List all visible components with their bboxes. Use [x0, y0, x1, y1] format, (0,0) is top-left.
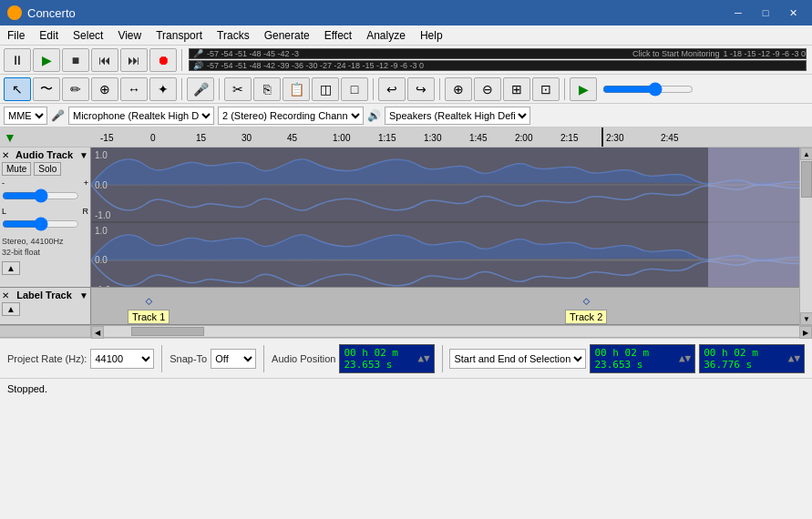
- redo-button[interactable]: ↪: [407, 77, 435, 101]
- play-green-button[interactable]: ▶: [570, 77, 597, 101]
- transport-toolbar: ⏸ ▶ ■ ⏮ ⏭ ⏺ 🎤 -57 -54 -51 -48 -45 -42 -3…: [0, 46, 812, 75]
- separator: [181, 49, 182, 71]
- play-button[interactable]: ▶: [33, 48, 60, 72]
- timeshift-tool-button[interactable]: ↔: [120, 77, 148, 101]
- audio-track-title: Audio Track: [15, 149, 73, 160]
- sel-start-down[interactable]: ▼: [685, 352, 692, 364]
- gain-slider[interactable]: [2, 188, 79, 203]
- audio-track: ✕ Audio Track ▼ Mute Solo - + L R: [0, 148, 799, 288]
- vu-meter-bottom[interactable]: 🔊 -57 -54 -51 -48 -42 -39 -36 -30 -27 -2…: [189, 60, 807, 71]
- paste-button[interactable]: 📋: [283, 77, 310, 101]
- zoom-fit-button[interactable]: ⊞: [503, 77, 530, 101]
- close-button[interactable]: ✕: [781, 4, 805, 22]
- app-icon: [7, 5, 22, 20]
- project-rate-select[interactable]: 44100: [90, 349, 154, 369]
- menu-item-analyze[interactable]: Analyze: [359, 25, 413, 46]
- hscroll-left-button[interactable]: ◀: [91, 326, 104, 339]
- mute-button[interactable]: Mute: [2, 162, 31, 176]
- undo-button[interactable]: ↩: [378, 77, 406, 101]
- menu-item-generate[interactable]: Generate: [257, 25, 317, 46]
- playback-slider[interactable]: [602, 82, 694, 97]
- envelope-tool-button[interactable]: 〜: [33, 77, 60, 101]
- stop-button[interactable]: ■: [62, 48, 89, 72]
- select-tool-button[interactable]: ↖: [4, 77, 31, 101]
- audio-track-close[interactable]: ✕: [2, 150, 9, 160]
- hscroll-track: [104, 326, 799, 337]
- label-track1: ⬦ Track 1: [128, 291, 170, 324]
- menu-item-tracks[interactable]: Tracks: [210, 25, 257, 46]
- label-track2: ⬦ Track 2: [565, 291, 607, 324]
- menu-item-file[interactable]: File: [0, 25, 32, 46]
- channels-select[interactable]: 2 (Stereo) Recording Channels: [218, 107, 364, 125]
- speaker-select[interactable]: Speakers (Realtek High Definiti: [385, 107, 530, 125]
- selection-group: Start and End of Selection 00 h 02 m 23.…: [449, 344, 805, 373]
- menu-item-help[interactable]: Help: [413, 25, 450, 46]
- minimize-button[interactable]: ─: [726, 4, 750, 22]
- selection-mode-select[interactable]: Start and End of Selection: [449, 349, 586, 369]
- divider2: [263, 345, 264, 372]
- mic-select[interactable]: Microphone (Realtek High Defini: [68, 107, 214, 125]
- audio-track-menu[interactable]: ▼: [79, 150, 88, 160]
- pause-button[interactable]: ⏸: [4, 48, 31, 72]
- label-collapse-button[interactable]: ▲: [2, 302, 20, 316]
- audio-pos-value: 00 h 02 m 23.653 s: [344, 347, 417, 371]
- collapse-button[interactable]: ▲: [2, 261, 20, 275]
- sel-start-up[interactable]: ▲: [679, 352, 685, 364]
- vertical-scrollbar[interactable]: ▲ ▼: [799, 148, 812, 325]
- menu-item-transport[interactable]: Transport: [149, 25, 210, 46]
- silence-button[interactable]: □: [341, 77, 368, 101]
- scroll-up-button[interactable]: ▲: [800, 148, 812, 160]
- hscroll-thumb[interactable]: [131, 327, 204, 336]
- audio-pos-up[interactable]: ▲: [417, 352, 424, 364]
- waveform-area[interactable]: 1.0 0.0 -1.0 1.0 0.0 -1.0: [91, 148, 799, 287]
- pan-slider[interactable]: [2, 217, 79, 231]
- zoom-in-button[interactable]: ⊕: [445, 77, 472, 101]
- sel-end-down[interactable]: ▼: [794, 352, 800, 364]
- audio-pos-down[interactable]: ▼: [424, 352, 430, 364]
- label-track2-text: Track 2: [565, 310, 607, 324]
- pan-l: L: [2, 207, 6, 216]
- menu-item-effect[interactable]: Effect: [317, 25, 359, 46]
- vu-meter-top[interactable]: 🎤 -57 -54 -51 -48 -45 -42 -3 Click to St…: [189, 48, 807, 59]
- label-track-menu[interactable]: ▼: [79, 290, 88, 300]
- zoom-sel-button[interactable]: ⊡: [532, 77, 560, 101]
- zoom-tool-button[interactable]: ⊕: [91, 77, 118, 101]
- selection-end-field[interactable]: 00 h 02 m 36.776 s ▲ ▼: [699, 344, 805, 373]
- cut-button[interactable]: ✂: [224, 77, 252, 101]
- mic-button[interactable]: 🎤: [187, 77, 214, 101]
- trim-button[interactable]: ◫: [312, 77, 339, 101]
- zoom-out-button[interactable]: ⊖: [474, 77, 501, 101]
- driver-select[interactable]: MME: [4, 107, 47, 125]
- audio-pos-field[interactable]: 00 h 02 m 23.653 s ▲ ▼: [339, 344, 434, 373]
- menu-item-edit[interactable]: Edit: [32, 25, 66, 46]
- audio-pos-label: Audio Position: [272, 353, 335, 364]
- gain-min: -: [2, 178, 5, 188]
- audio-track-header: ✕ Audio Track ▼ Mute Solo - + L R: [0, 148, 91, 287]
- menu-item-view[interactable]: View: [110, 25, 149, 46]
- separator4: [373, 78, 374, 100]
- forward-button[interactable]: ⏭: [120, 48, 148, 72]
- scroll-down-button[interactable]: ▼: [800, 312, 812, 325]
- project-rate-group: Project Rate (Hz): 44100: [7, 349, 154, 369]
- multitool-button[interactable]: ✦: [149, 77, 177, 101]
- copy-button[interactable]: ⎘: [253, 77, 281, 101]
- solo-button[interactable]: Solo: [34, 162, 61, 176]
- draw-tool-button[interactable]: ✏: [62, 77, 89, 101]
- record-button[interactable]: ⏺: [149, 48, 177, 72]
- selection-start-value: 00 h 02 m 23.653 s: [594, 347, 679, 371]
- main-track-area: ✕ Audio Track ▼ Mute Solo - + L R: [0, 148, 812, 325]
- selection-start-field[interactable]: 00 h 02 m 23.653 s ▲ ▼: [590, 344, 695, 373]
- snap-to-select[interactable]: Off: [211, 349, 256, 369]
- bottom-bar: Project Rate (Hz): 44100 Snap-To Off Aud…: [0, 338, 812, 378]
- menu-item-select[interactable]: Select: [66, 25, 110, 46]
- sel-end-up[interactable]: ▲: [788, 352, 795, 364]
- hscroll-right-button[interactable]: ▶: [799, 326, 812, 339]
- rewind-button[interactable]: ⏮: [91, 48, 118, 72]
- label-track-area[interactable]: ⬦ Track 1 ⬦ Track 2: [91, 288, 799, 324]
- device-bar: MME 🎤 Microphone (Realtek High Defini 2 …: [0, 104, 812, 127]
- audio-pos-group: Audio Position 00 h 02 m 23.653 s ▲ ▼: [272, 344, 435, 373]
- scroll-thumb[interactable]: [801, 161, 812, 198]
- label-track-close[interactable]: ✕: [2, 290, 9, 300]
- click-to-monitor[interactable]: Click to Start Monitoring: [632, 49, 724, 58]
- maximize-button[interactable]: □: [754, 4, 777, 22]
